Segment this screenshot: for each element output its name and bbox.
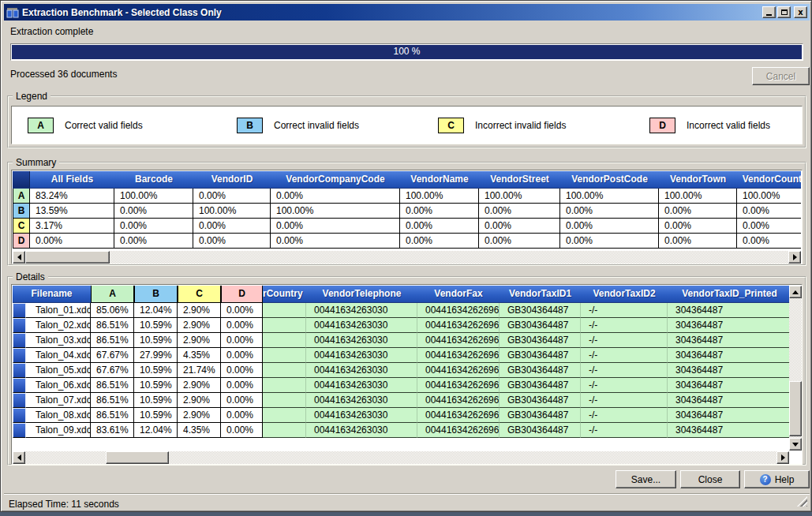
- summary-hscroll-track[interactable]: [25, 251, 788, 264]
- summary-cell: 0.00%: [400, 204, 479, 219]
- details-vscroll-track[interactable]: [789, 298, 802, 438]
- details-value-cell: 304364487: [668, 408, 791, 423]
- details-value-cell: GB304364487: [500, 333, 581, 348]
- summary-column-header: VendorTown: [659, 171, 737, 189]
- summary-scroll-left-button[interactable]: [13, 251, 25, 264]
- summary-scroll-right-button[interactable]: [788, 251, 801, 264]
- legend-swatch-a: A: [28, 118, 54, 133]
- details-value-cell: [263, 333, 306, 348]
- details-vscrollbar[interactable]: [789, 286, 802, 451]
- row-selector[interactable]: [13, 303, 26, 318]
- summary-cell: 0.00%: [193, 234, 271, 249]
- details-value-cell: -/-: [581, 423, 668, 438]
- details-percent-cell: 12.04%: [134, 303, 178, 318]
- details-filename-cell: Talon_08.xdc: [26, 408, 91, 423]
- details-scroll-up-button[interactable]: [789, 286, 802, 298]
- arrow-down-icon: [792, 443, 799, 447]
- row-selector[interactable]: [13, 393, 26, 408]
- details-value-cell: [263, 303, 306, 318]
- summary-cell: 0.00%: [560, 219, 659, 234]
- details-percent-cell: 10.59%: [134, 363, 178, 378]
- legend-swatch-d: D: [649, 118, 675, 133]
- legend-item: CIncorrect invalid fields: [438, 118, 566, 133]
- maximize-button[interactable]: [777, 6, 791, 18]
- legend-swatch-c: C: [438, 118, 464, 133]
- details-row: Talon_04.xdc67.67%27.99%4.35%0.00%004416…: [13, 348, 791, 363]
- save-button[interactable]: Save...: [616, 470, 676, 488]
- row-selector[interactable]: [13, 423, 26, 438]
- details-value-cell: [263, 423, 306, 438]
- details-value-cell: 304364487: [668, 348, 791, 363]
- summary-cell: 0.00%: [737, 234, 801, 249]
- resize-grip[interactable]: [797, 496, 807, 507]
- summary-cell: 0.00%: [114, 219, 193, 234]
- summary-cell: 0.00%: [479, 219, 560, 234]
- summary-column-header: VendorStreet: [479, 171, 560, 189]
- minimize-button[interactable]: [762, 6, 776, 18]
- legend-label: Incorrect invalid fields: [475, 120, 566, 131]
- details-value-cell: GB304364487: [500, 363, 581, 378]
- summary-cell: 0.00%: [271, 234, 400, 249]
- summary-cell: 3.17%: [30, 219, 114, 234]
- help-button[interactable]: ? Help: [744, 470, 810, 488]
- summary-cell: 100.00%: [659, 189, 737, 204]
- close-button[interactable]: x: [794, 6, 807, 18]
- legend-item: ACorrect valid fields: [28, 118, 143, 133]
- details-percent-cell: 21.74%: [178, 363, 221, 378]
- details-row: Talon_08.xdc86.51%10.59%2.90%0.00%004416…: [13, 408, 791, 423]
- details-value-cell: [263, 348, 306, 363]
- details-value-cell: GB304364487: [500, 348, 581, 363]
- summary-row: D0.00%0.00%0.00%0.00%0.00%0.00%0.00%0.00…: [13, 234, 801, 249]
- legend-panel: ACorrect valid fieldsBCorrect invalid fi…: [11, 106, 803, 144]
- cancel-button[interactable]: Cancel: [752, 67, 810, 85]
- details-value-cell: 304364487: [668, 318, 791, 333]
- progress-bar: 100 %: [10, 43, 803, 61]
- details-scroll-right-button[interactable]: [776, 451, 789, 464]
- details-value-cell: [263, 408, 306, 423]
- details-value-cell: 00441634262696: [417, 408, 500, 423]
- details-filename-cell: Talon_09.xdc: [26, 423, 91, 438]
- maximize-icon: [781, 9, 788, 15]
- details-vscroll-thumb[interactable]: [789, 381, 802, 436]
- summary-cell: 0.00%: [400, 219, 479, 234]
- details-column-header: VendorTelephone: [306, 286, 417, 303]
- details-row: Talon_09.xdc83.61%12.04%4.35%0.00%004416…: [13, 423, 791, 438]
- details-percent-cell: 0.00%: [221, 393, 263, 408]
- title-bar[interactable]: Extraction Benchmark - Selected Class On…: [4, 4, 810, 21]
- summary-panel: All FieldsBarcodeVendorIDVendorCompanyCo…: [11, 170, 803, 264]
- details-hscrollbar[interactable]: [13, 451, 789, 464]
- details-hscroll-thumb[interactable]: [106, 451, 169, 464]
- details-percent-cell: 2.90%: [178, 303, 221, 318]
- details-value-cell: 00441634263030: [306, 408, 417, 423]
- details-value-cell: GB304364487: [500, 393, 581, 408]
- details-value-cell: -/-: [581, 303, 668, 318]
- legend-groupbox: Legend ACorrect valid fieldsBCorrect inv…: [7, 95, 806, 148]
- row-selector[interactable]: [13, 318, 26, 333]
- summary-hscrollbar[interactable]: [13, 251, 801, 264]
- details-percent-cell: 4.35%: [178, 348, 221, 363]
- details-value-cell: 00441634262696: [417, 378, 500, 393]
- details-value-cell: 00441634263030: [306, 378, 417, 393]
- details-scroll-left-button[interactable]: [13, 451, 25, 464]
- row-selector[interactable]: [13, 408, 26, 423]
- details-percent-cell: 10.59%: [134, 378, 178, 393]
- close-dialog-button[interactable]: Close: [680, 470, 740, 488]
- details-hscroll-track[interactable]: [25, 451, 776, 464]
- legend-item: BCorrect invalid fields: [237, 118, 359, 133]
- summary-hscroll-thumb[interactable]: [25, 251, 110, 264]
- row-selector[interactable]: [13, 363, 26, 378]
- row-selector[interactable]: [13, 378, 26, 393]
- row-selector[interactable]: [13, 333, 26, 348]
- summary-column-header: VendorID: [193, 171, 271, 189]
- details-scroll-down-button[interactable]: [789, 438, 802, 451]
- details-percent-cell: 0.00%: [221, 363, 263, 378]
- help-button-label: Help: [775, 472, 795, 488]
- details-value-cell: 304364487: [668, 378, 791, 393]
- details-value-cell: 00441634262696: [417, 423, 500, 438]
- details-percent-cell: 86.51%: [91, 408, 134, 423]
- details-value-cell: GB304364487: [500, 423, 581, 438]
- summary-row-label-c: C: [13, 219, 30, 234]
- details-title: Details: [13, 271, 48, 282]
- row-selector[interactable]: [13, 348, 26, 363]
- details-percent-cell: 0.00%: [221, 318, 263, 333]
